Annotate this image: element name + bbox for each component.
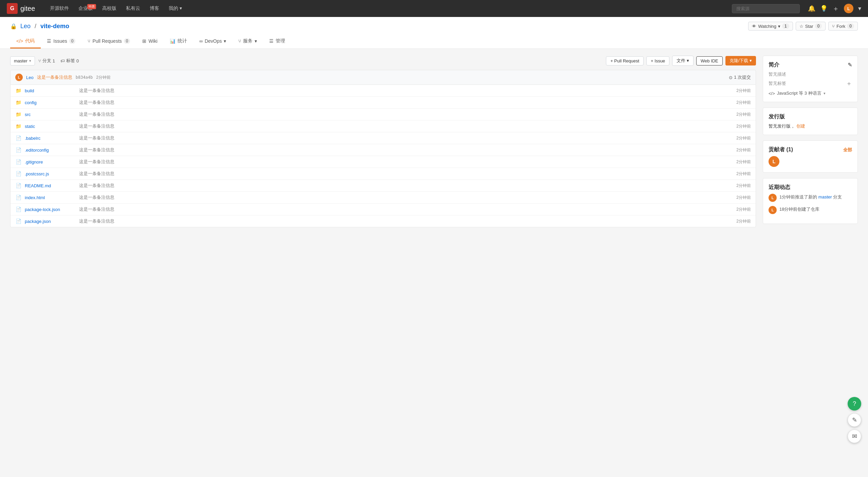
sidebar-no-release: 暂无发行版， 创建 (769, 123, 852, 129)
search-input[interactable] (732, 4, 800, 13)
commit-message[interactable]: 这是一条备注信息 (37, 74, 72, 80)
webide-button[interactable]: Web IDE (696, 56, 723, 65)
star-button[interactable]: ☆ Star 0 (796, 22, 826, 31)
notification-icon[interactable]: 🔔 (808, 5, 815, 12)
file-name[interactable]: package-lock.json (25, 207, 76, 212)
file-name[interactable]: package.json (25, 219, 76, 224)
tab-devops[interactable]: ∞ DevOps ▾ (193, 35, 233, 49)
nav-link-mine[interactable]: 我的 ▾ (165, 3, 186, 14)
file-name[interactable]: .postcssrc.js (25, 171, 76, 176)
repo-name[interactable]: vite-demo (40, 23, 69, 30)
folder-icon: 📁 (15, 88, 21, 93)
file-name[interactable]: build (25, 88, 76, 93)
commit-hash: b834a4b (76, 75, 93, 80)
clone-button[interactable]: 克隆/下载 ▾ (725, 56, 756, 65)
file-row: 📄package.json这是一条备注信息2分钟前 (11, 215, 756, 227)
file-time: 2分钟前 (736, 171, 751, 177)
logo-text: gitee (20, 5, 35, 13)
commit-count[interactable]: ⊙ 1 次提交 (729, 74, 751, 80)
nav-link-private[interactable]: 私有云 (122, 3, 144, 14)
commit-author[interactable]: Leo (26, 75, 34, 80)
activity-text-1: 18分钟前创建了仓库 (779, 206, 819, 213)
tab-issues[interactable]: ☰ Issues 0 (41, 35, 81, 49)
create-release-link[interactable]: 创建 (796, 123, 805, 129)
tab-code[interactable]: </> 代码 (10, 35, 41, 49)
tab-manage[interactable]: ☰ 管理 (263, 35, 291, 49)
file-time: 2分钟前 (736, 183, 751, 189)
file-button[interactable]: 文件 ▾ (672, 56, 694, 66)
repo-files: master ▾ ⑂ 分支 1 🏷 标签 0 + Pull Request + … (10, 56, 756, 229)
file-icon: 📄 (15, 147, 21, 153)
main-content: master ▾ ⑂ 分支 1 🏷 标签 0 + Pull Request + … (0, 49, 868, 236)
branch-ref[interactable]: master (818, 194, 832, 199)
logo[interactable]: G gitee (7, 3, 35, 14)
file-row: 📄package-lock.json这是一条备注信息2分钟前 (11, 204, 756, 215)
file-time: 2分钟前 (736, 123, 751, 129)
contributors-all-link[interactable]: 全部 (843, 147, 852, 153)
star-count: 0 (815, 23, 822, 29)
file-icon: 📄 (15, 135, 21, 141)
file-time: 2分钟前 (736, 100, 751, 106)
file-name[interactable]: config (25, 100, 76, 105)
watching-button[interactable]: 👁 Watching ▾ 1 (748, 22, 793, 31)
nav-links: 开源软件 企业版 特惠 高校版 私有云 博客 我的 ▾ (46, 3, 186, 14)
user-avatar[interactable]: L (844, 4, 853, 13)
file-name[interactable]: .gitignore (25, 159, 76, 165)
file-name[interactable]: index.html (25, 195, 76, 200)
plus-icon[interactable]: ＋ (832, 4, 839, 13)
file-row: 📁build这是一条备注信息2分钟前 (11, 85, 756, 97)
file-name[interactable]: static (25, 124, 76, 129)
toolbar-actions: + Pull Request + Issue 文件 ▾ Web IDE 克隆/下… (606, 56, 756, 66)
repo-sidebar: 简介 ✎ 暂无描述 暂无标签 ＋ </> JavaScript 等 3 种语言 … (763, 56, 858, 229)
watching-dropdown[interactable]: ▾ (778, 24, 780, 29)
sidebar-release-title: 发行版 (769, 113, 852, 120)
nav-link-kaiyuan[interactable]: 开源软件 (46, 3, 73, 14)
file-row: 📁src这是一条备注信息2分钟前 (11, 109, 756, 120)
code-icon-sidebar: </> (769, 91, 775, 96)
file-time: 2分钟前 (736, 88, 751, 94)
file-icon: 📄 (15, 218, 21, 224)
repo-owner[interactable]: Leo (20, 23, 31, 30)
watching-count: 1 (782, 23, 789, 29)
lang-chevron: ▾ (824, 91, 826, 96)
file-name[interactable]: .babelrc (25, 136, 76, 141)
edit-intro-icon[interactable]: ✎ (848, 62, 852, 68)
help-icon[interactable]: 💡 (820, 5, 828, 12)
sidebar-lang[interactable]: </> JavaScript 等 3 种语言 ▾ (769, 90, 852, 96)
no-desc-text: 暂无描述 (769, 71, 852, 77)
file-time: 2分钟前 (736, 195, 751, 201)
file-name[interactable]: .editorconfig (25, 148, 76, 153)
fork-button[interactable]: ⑂ Fork 0 (828, 22, 858, 31)
contributor-avatar[interactable]: L (769, 156, 779, 167)
issue-button[interactable]: + Issue (646, 56, 669, 65)
branch-name: master (14, 58, 27, 63)
file-row: 📄.gitignore这是一条备注信息2分钟前 (11, 156, 756, 168)
tab-service[interactable]: ⑂ 服务 ▾ (232, 35, 263, 49)
tab-pull-requests[interactable]: ⑂ Pull Requests 0 (81, 35, 136, 49)
file-time: 2分钟前 (736, 147, 751, 153)
activity-item-0: L 1分钟前推送了新的 master 分支 (769, 194, 852, 202)
branch-meta[interactable]: ⑂ 分支 1 (38, 58, 55, 64)
pull-request-button[interactable]: + Pull Request (606, 56, 644, 65)
file-row: 📄.editorconfig这是一条备注信息2分钟前 (11, 144, 756, 156)
service-icon: ⑂ (238, 38, 241, 44)
file-name[interactable]: README.md (25, 183, 76, 188)
nav-link-blog[interactable]: 博客 (146, 3, 163, 14)
file-commit-msg: 这是一条备注信息 (79, 135, 733, 141)
tag-meta[interactable]: 🏷 标签 0 (60, 58, 79, 64)
nav-link-university[interactable]: 高校版 (98, 3, 121, 14)
add-tag-icon[interactable]: ＋ (846, 79, 852, 88)
file-icon: 📄 (15, 171, 21, 176)
tab-stats[interactable]: 📊 统计 (164, 35, 193, 49)
code-icon: </> (16, 38, 23, 44)
sidebar-intro: 简介 ✎ 暂无描述 暂无标签 ＋ </> JavaScript 等 3 种语言 … (763, 56, 858, 102)
nav-icons: 🔔 💡 ＋ L ▾ (808, 4, 861, 13)
repo-header: 🔒 Leo / vite-demo 👁 Watching ▾ 1 ☆ Star … (0, 17, 868, 49)
branch-selector[interactable]: master ▾ (10, 56, 35, 65)
file-name[interactable]: src (25, 112, 76, 117)
file-row: 📄index.html这是一条备注信息2分钟前 (11, 192, 756, 204)
avatar-chevron[interactable]: ▾ (858, 5, 861, 12)
nav-link-enterprise[interactable]: 企业版 特惠 (74, 3, 97, 14)
tab-wiki[interactable]: ⊞ Wiki (136, 35, 163, 49)
folder-icon: 📁 (15, 112, 21, 117)
